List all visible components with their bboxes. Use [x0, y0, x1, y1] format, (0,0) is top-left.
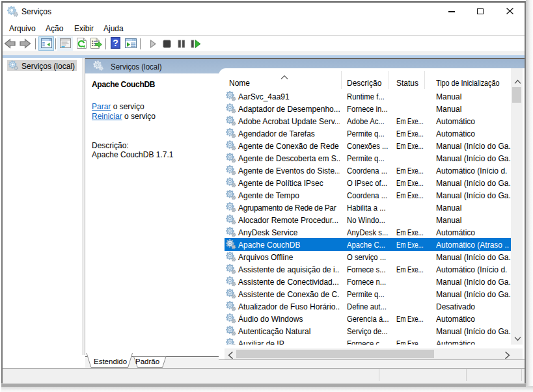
svg-text:Padrão: Padrão: [135, 358, 159, 365]
svg-text:Estendido: Estendido: [94, 358, 127, 365]
svg-text:?: ?: [113, 38, 118, 48]
